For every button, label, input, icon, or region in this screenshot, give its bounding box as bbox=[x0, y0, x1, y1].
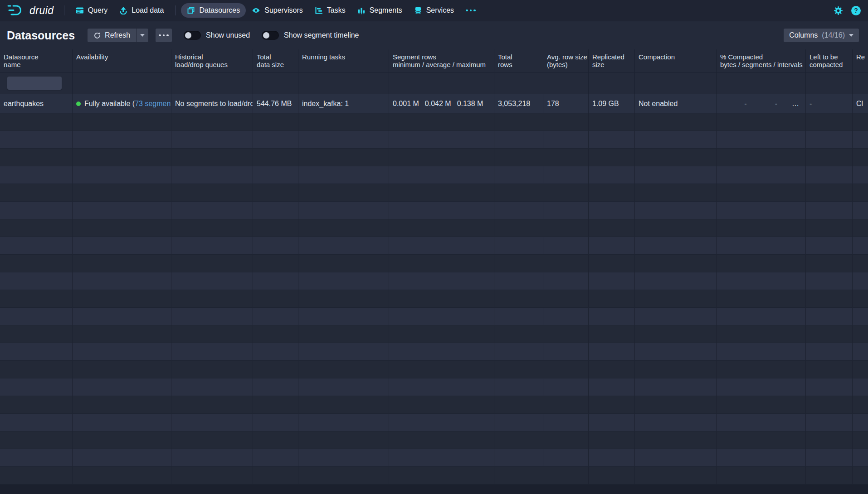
column-header-avg-row-size-bytes[interactable]: Avg. row size(bytes) bbox=[543, 49, 589, 72]
nav-more-button[interactable] bbox=[460, 6, 482, 15]
gear-icon[interactable] bbox=[834, 6, 843, 15]
column-header-total-rows[interactable]: Totalrows bbox=[494, 49, 543, 72]
empty-cell bbox=[253, 467, 298, 484]
empty-cell bbox=[0, 449, 73, 466]
empty-cell bbox=[543, 202, 589, 219]
empty-cell bbox=[806, 449, 853, 466]
empty-cell bbox=[298, 255, 389, 272]
column-header-re[interactable]: Re bbox=[853, 49, 868, 72]
empty-cell bbox=[717, 184, 806, 201]
empty-cell bbox=[589, 414, 635, 431]
nav-item-tasks[interactable]: Tasks bbox=[309, 3, 351, 18]
refresh-button[interactable]: Refresh bbox=[88, 29, 136, 42]
nav-item-datasources[interactable]: Datasources bbox=[181, 3, 246, 18]
help-icon[interactable]: ? bbox=[851, 6, 861, 15]
empty-cell bbox=[171, 378, 253, 396]
empty-cell bbox=[635, 166, 717, 184]
empty-cell bbox=[73, 237, 171, 254]
view-toolbar: Datasources Refresh Show unused Show seg… bbox=[0, 21, 868, 49]
empty-cell bbox=[298, 184, 389, 201]
empty-cell bbox=[589, 166, 635, 184]
nav-item-label: Segments bbox=[370, 6, 402, 15]
application-icon bbox=[76, 6, 84, 15]
empty-cell bbox=[253, 202, 298, 219]
empty-cell bbox=[389, 255, 494, 272]
empty-cell bbox=[171, 166, 253, 184]
empty-cell bbox=[253, 131, 298, 148]
refresh-interval-dropdown[interactable] bbox=[137, 29, 148, 42]
horizontal-scrollbar-track[interactable] bbox=[0, 484, 868, 494]
column-header-availability[interactable]: Availability bbox=[73, 49, 171, 72]
empty-cell bbox=[0, 184, 73, 201]
column-header-compaction[interactable]: Compaction bbox=[635, 49, 717, 72]
empty-cell bbox=[298, 131, 389, 148]
empty-cell bbox=[0, 149, 73, 166]
empty-cell bbox=[543, 166, 589, 184]
column-header-datasource-name[interactable]: Datasourcename bbox=[0, 49, 73, 72]
column-header-replicated-size[interactable]: Replicatedsize bbox=[589, 49, 635, 72]
empty-cell bbox=[494, 184, 543, 201]
cell-total-data-size: 544.76 MB bbox=[253, 94, 298, 113]
empty-cell bbox=[0, 467, 73, 484]
columns-button[interactable]: Columns (14/16) bbox=[784, 29, 859, 42]
nav-item-supervisors[interactable]: Supervisors bbox=[246, 3, 308, 18]
datasource-name-filter-input[interactable] bbox=[7, 77, 62, 90]
empty-cell bbox=[0, 113, 73, 131]
empty-cell bbox=[73, 378, 171, 396]
empty-cell bbox=[389, 149, 494, 166]
empty-cell bbox=[298, 361, 389, 378]
empty-cell bbox=[0, 325, 73, 343]
empty-cell bbox=[494, 149, 543, 166]
more-actions-button[interactable] bbox=[156, 29, 172, 42]
empty-cell bbox=[298, 343, 389, 360]
druid-logo[interactable]: druid bbox=[7, 4, 54, 17]
column-header-running-tasks[interactable]: Running tasks bbox=[298, 49, 389, 72]
empty-cell bbox=[589, 184, 635, 201]
nav-item-query[interactable]: Query bbox=[70, 3, 114, 18]
empty-cell bbox=[494, 131, 543, 148]
empty-cell bbox=[853, 308, 868, 325]
nav-item-services[interactable]: Services bbox=[408, 3, 460, 18]
empty-cell bbox=[73, 184, 171, 201]
empty-cell bbox=[543, 272, 589, 290]
cell-percent-compacted: --… bbox=[717, 94, 806, 113]
empty-cell bbox=[494, 343, 543, 360]
empty-cell bbox=[253, 113, 298, 131]
page-title: Datasources bbox=[7, 29, 75, 42]
empty-cell bbox=[298, 467, 389, 484]
column-header-left-to-be-compacted[interactable]: Left to becompacted bbox=[806, 49, 853, 72]
empty-cell bbox=[298, 219, 389, 237]
empty-cell bbox=[717, 166, 806, 184]
empty-cell bbox=[635, 431, 717, 449]
column-header-segment-rows-minimum-average-maximum[interactable]: Segment rowsminimum / average / maximum bbox=[389, 49, 494, 72]
column-header-historical-load-drop-queues[interactable]: Historicalload/drop queues bbox=[171, 49, 253, 72]
datasources-table: DatasourcenameAvailabilityHistoricalload… bbox=[0, 49, 868, 484]
cell-datasource-name: earthquakes bbox=[0, 94, 73, 113]
empty-cell bbox=[171, 396, 253, 413]
empty-cell bbox=[253, 308, 298, 325]
empty-cell bbox=[717, 378, 806, 396]
empty-cell bbox=[635, 202, 717, 219]
nav-item-label: Tasks bbox=[327, 6, 346, 15]
empty-cell bbox=[806, 361, 853, 378]
nav-item-load-data[interactable]: Load data bbox=[113, 3, 170, 18]
show-segment-timeline-toggle[interactable] bbox=[262, 31, 279, 40]
column-header-total-data-size[interactable]: Totaldata size bbox=[253, 49, 298, 72]
empty-cell bbox=[253, 325, 298, 343]
segments-link[interactable]: 73 segments bbox=[135, 100, 171, 107]
empty-cell bbox=[253, 149, 298, 166]
table-row bbox=[0, 237, 868, 255]
empty-cell bbox=[73, 343, 171, 360]
empty-cell bbox=[853, 378, 868, 396]
empty-cell bbox=[171, 325, 253, 343]
empty-cell bbox=[171, 449, 253, 466]
show-unused-toggle[interactable] bbox=[184, 31, 201, 40]
empty-cell bbox=[298, 378, 389, 396]
filter-cell bbox=[635, 73, 717, 94]
nav-item-segments[interactable]: Segments bbox=[351, 3, 408, 18]
empty-cell bbox=[635, 149, 717, 166]
column-header-compacted-bytes-segments-intervals[interactable]: % Compactedbytes / segments / intervals bbox=[717, 49, 806, 72]
empty-cell bbox=[298, 202, 389, 219]
table-row bbox=[0, 219, 868, 237]
empty-cell bbox=[543, 361, 589, 378]
